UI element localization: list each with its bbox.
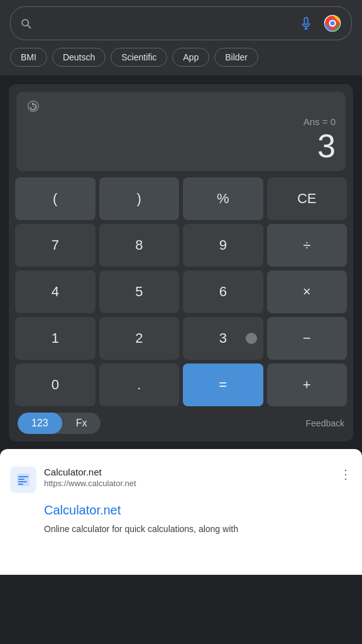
result-url: https://www.calculator.net <box>44 479 332 488</box>
btn-0[interactable]: 0 <box>15 364 96 406</box>
mode-123[interactable]: 123 <box>18 413 62 434</box>
svg-rect-6 <box>18 476 28 477</box>
history-icon[interactable] <box>26 102 40 116</box>
calculator-widget: Ans = 0 3 ( ) % CE 7 8 9 ÷ 4 5 6 × 1 2 3… <box>9 84 353 441</box>
search-input[interactable]: calculator <box>38 17 290 30</box>
btn-3[interactable]: 3 <box>183 317 263 360</box>
result-menu-icon[interactable]: ⋮ <box>339 467 352 482</box>
mode-toggle: 123 Fx <box>18 413 101 434</box>
svg-point-3 <box>331 21 335 26</box>
calc-mode-row: 123 Fx Feedback <box>9 406 353 434</box>
calc-buttons: ( ) % CE 7 8 9 ÷ 4 5 6 × 1 2 3 − 0 . = + <box>9 177 353 406</box>
result-link-title[interactable]: Calculator.net <box>44 503 352 518</box>
svg-rect-7 <box>18 479 25 480</box>
feedback-link[interactable]: Feedback <box>306 418 344 428</box>
btn-4[interactable]: 4 <box>15 270 96 313</box>
calc-result: 3 <box>26 130 336 162</box>
search-bar[interactable]: calculator <box>10 6 352 40</box>
btn-equals[interactable]: = <box>183 364 263 406</box>
result-info: Calculator.net https://www.calculator.ne… <box>44 467 332 488</box>
chip-deutsch[interactable]: Deutsch <box>52 48 106 67</box>
btn-8[interactable]: 8 <box>99 224 180 267</box>
result-site-title: Calculator.net <box>44 467 332 477</box>
btn-6[interactable]: 6 <box>183 270 263 313</box>
top-bar: calculator BMI Deutsch Scientific App Bi… <box>0 0 362 75</box>
svg-rect-9 <box>18 484 23 485</box>
search-icon <box>19 17 32 30</box>
btn-multiply[interactable]: × <box>267 270 348 313</box>
btn-1[interactable]: 1 <box>15 317 96 360</box>
result-item: Calculator.net https://www.calculator.ne… <box>10 459 352 501</box>
btn-open-paren[interactable]: ( <box>15 177 96 220</box>
mode-fx[interactable]: Fx <box>62 413 101 434</box>
chip-bmi[interactable]: BMI <box>10 48 47 67</box>
calc-ans: Ans = 0 <box>26 116 336 127</box>
chip-app[interactable]: App <box>172 48 209 67</box>
chip-scientific[interactable]: Scientific <box>111 48 167 67</box>
calc-display: Ans = 0 3 <box>16 92 346 171</box>
btn-9[interactable]: 9 <box>183 224 263 267</box>
search-results: Calculator.net https://www.calculator.ne… <box>0 449 362 575</box>
btn-divide[interactable]: ÷ <box>267 224 348 267</box>
btn-dot[interactable]: . <box>99 364 180 406</box>
result-favicon <box>10 467 36 493</box>
chips-row: BMI Deutsch Scientific App Bilder <box>10 48 352 72</box>
chip-bilder[interactable]: Bilder <box>214 48 258 67</box>
btn-close-paren[interactable]: ) <box>99 177 180 220</box>
btn-percent[interactable]: % <box>183 177 263 220</box>
result-snippet: Online calculator for quick calculations… <box>44 523 352 536</box>
btn-5[interactable]: 5 <box>99 270 180 313</box>
btn-ce[interactable]: CE <box>267 177 348 220</box>
btn-7[interactable]: 7 <box>15 224 96 267</box>
btn-minus[interactable]: − <box>267 317 348 360</box>
svg-rect-8 <box>18 481 27 482</box>
btn-plus[interactable]: + <box>267 364 348 406</box>
btn-2[interactable]: 2 <box>99 317 180 360</box>
lens-icon[interactable] <box>322 13 343 33</box>
mic-icon[interactable] <box>296 13 316 33</box>
